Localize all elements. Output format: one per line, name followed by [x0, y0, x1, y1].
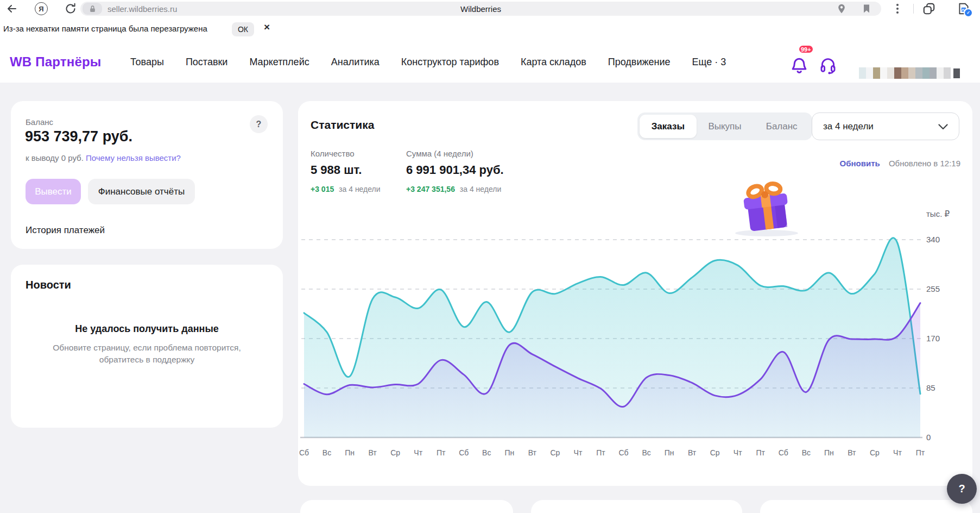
notifications-bell-icon[interactable]: [789, 55, 809, 75]
news-error-title: Не удалось получить данные: [11, 323, 283, 335]
metric-quantity-delta: +3 015: [311, 185, 334, 193]
nav-item-sklady[interactable]: Карта складов: [521, 57, 586, 68]
updated-timestamp: Обновлено в 12:19: [889, 159, 960, 168]
balance-card: Баланс 953 739,77 руб. к выводу 0 руб. П…: [11, 101, 283, 249]
nav-item-tarify[interactable]: Конструктор тарифов: [401, 57, 499, 68]
memory-notice-bar: Из-за нехватки памяти страница была пере…: [0, 17, 980, 42]
nav-item-analitika[interactable]: Аналитика: [331, 57, 380, 68]
tab-balans[interactable]: Баланс: [753, 115, 810, 138]
nav-item-more[interactable]: Еще · 3: [692, 57, 726, 68]
statistics-title: Статистика: [311, 118, 374, 132]
location-pin-icon[interactable]: [836, 3, 847, 14]
memory-close-icon[interactable]: ×: [264, 21, 270, 33]
why-cant-withdraw-link[interactable]: Почему нельзя вывести?: [86, 153, 181, 162]
tab-vykupy[interactable]: Выкупы: [697, 115, 754, 138]
toolbar-divider: [913, 4, 914, 14]
refresh-link[interactable]: Обновить: [840, 159, 880, 168]
wb-partners-logo[interactable]: WB Партнёры: [10, 41, 102, 83]
sync-check-badge: ✓: [964, 8, 973, 17]
browser-menu-icon[interactable]: [891, 2, 904, 15]
bottom-card-2: [531, 500, 742, 513]
page-title: Wildberries: [80, 4, 881, 14]
bottom-card-3: [760, 500, 972, 513]
metric-quantity-delta-suffix: за 4 недели: [339, 185, 380, 193]
back-icon[interactable]: [5, 2, 18, 15]
notifications-count-badge: 99+: [798, 45, 814, 54]
memory-notice-text: Из-за нехватки памяти страница была пере…: [3, 24, 207, 33]
balance-amount: 953 739,77 руб.: [25, 128, 132, 145]
browser-toolbar: Я seller.wildberries.ru Wildberries ✓: [0, 0, 980, 17]
main-navigation: WB Партнёры Товары Поставки Маркетплейс …: [0, 41, 980, 83]
statistics-tabs: Заказы Выкупы Баланс: [637, 112, 812, 140]
withdraw-note-row: к выводу 0 руб. Почему нельзя вывести?: [26, 153, 181, 162]
news-card: Новости Не удалось получить данные Обнов…: [11, 265, 283, 428]
statistics-card: Статистика Заказы Выкупы Баланс за 4 нед…: [298, 101, 972, 486]
news-title: Новости: [26, 279, 71, 291]
balance-help-button[interactable]: ?: [250, 115, 268, 133]
yandex-browser-icon[interactable]: Я: [35, 2, 48, 15]
nav-item-prodvizhenie[interactable]: Продвижение: [608, 57, 671, 68]
withdraw-button[interactable]: Вывести: [26, 179, 81, 204]
balance-label: Баланс: [26, 117, 53, 127]
nav-item-marketplace[interactable]: Маркетплейс: [249, 57, 309, 68]
tab-zakazy[interactable]: Заказы: [640, 115, 697, 138]
news-error-text: Обновите страницу, если проблема повтори…: [49, 342, 245, 366]
metric-sum-value: 6 991 901,34 руб.: [406, 163, 504, 177]
nav-item-postavki[interactable]: Поставки: [186, 57, 228, 68]
bottom-card-1: [300, 500, 513, 513]
metric-sum-delta-suffix: за 4 недели: [460, 185, 501, 193]
nav-menu: Товары Поставки Маркетплейс Аналитика Ко…: [130, 41, 726, 83]
nav-item-tovary[interactable]: Товары: [130, 57, 164, 68]
address-bar[interactable]: seller.wildberries.ru Wildberries: [80, 2, 881, 16]
page-content: Баланс 953 739,77 руб. к выводу 0 руб. П…: [0, 83, 980, 513]
metric-quantity: Количество 5 988 шт. +3 015 за 4 недели: [311, 149, 381, 193]
payment-history-link[interactable]: История платежей: [26, 225, 105, 236]
support-headset-icon[interactable]: [819, 56, 837, 74]
metric-sum: Сумма (4 недели) 6 991 901,34 руб. +3 24…: [406, 149, 504, 193]
period-dropdown[interactable]: за 4 недели: [812, 112, 959, 140]
withdraw-note: к выводу 0 руб.: [26, 153, 84, 162]
bookmark-icon[interactable]: [861, 3, 872, 14]
metric-quantity-value: 5 988 шт.: [311, 163, 381, 177]
chevron-down-icon: [938, 124, 948, 130]
reload-icon[interactable]: [64, 2, 77, 15]
profile-document-icon[interactable]: ✓: [957, 2, 971, 16]
metric-sum-delta: +3 247 351,56: [406, 185, 455, 193]
masked-seller-name-end: [953, 68, 960, 78]
metric-sum-label: Сумма (4 недели): [406, 149, 504, 158]
floating-help-button[interactable]: ?: [947, 474, 977, 504]
metric-quantity-label: Количество: [311, 149, 381, 158]
financial-reports-button[interactable]: Финансовые отчёты: [88, 179, 195, 204]
tabs-panel-icon[interactable]: [922, 2, 936, 16]
masked-seller-name: [859, 67, 951, 79]
period-value: за 4 недели: [823, 121, 874, 132]
memory-ok-button[interactable]: ОК: [232, 22, 254, 36]
